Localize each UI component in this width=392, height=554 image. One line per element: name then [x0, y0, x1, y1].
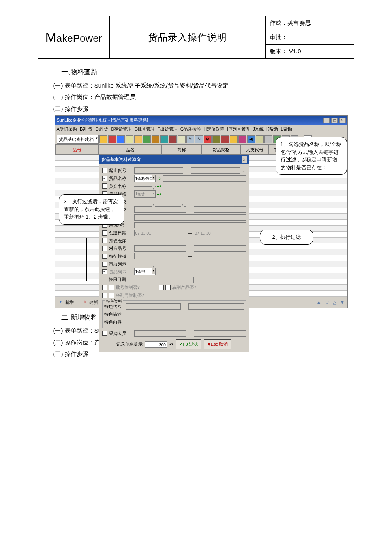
chk-list[interactable]	[102, 269, 107, 274]
fld-ftpl-to[interactable]	[194, 253, 246, 259]
fld-ftpl[interactable]	[134, 253, 186, 259]
sel-cat1-to[interactable]	[163, 202, 184, 202]
lookup-icon[interactable]: …	[242, 167, 246, 174]
minimize-icon[interactable]: _	[323, 118, 330, 123]
fld-buyer[interactable]	[134, 330, 186, 337]
fld-crtdate-to[interactable]: 07-11-30	[194, 230, 246, 236]
fld-fcode-to[interactable]	[188, 303, 244, 310]
chk-range[interactable]	[102, 168, 107, 173]
tool-icon-2[interactable]	[108, 135, 116, 143]
first-icon[interactable]: ▲	[317, 298, 321, 306]
fld-buyer-to[interactable]	[194, 330, 246, 337]
act-new[interactable]: ✎建新	[82, 299, 98, 306]
chk-batch-a[interactable]	[102, 285, 107, 290]
record-hint-value[interactable]: 300	[145, 341, 167, 348]
tool-icon-3[interactable]	[117, 135, 125, 143]
tool-icon-12[interactable]: ℕ	[195, 135, 203, 143]
fld-stopdate-to[interactable]: - -	[193, 277, 246, 283]
fld-range-from[interactable]	[134, 167, 184, 174]
chk-crtdate[interactable]	[102, 230, 107, 236]
chk-audit[interactable]	[102, 262, 107, 267]
menu-h[interactable]: H定价政策	[204, 127, 224, 131]
menu-b[interactable]: B进 货	[80, 127, 92, 131]
chk-name[interactable]	[102, 176, 107, 181]
col-prd-no[interactable]: 品号	[55, 145, 99, 155]
spinner-icon[interactable]: ▴▾	[169, 341, 173, 347]
chk-batch-b[interactable]	[109, 285, 114, 290]
fld-stopdate-from[interactable]: - -	[134, 277, 186, 283]
fld-oldno[interactable]	[134, 214, 246, 221]
tool-icon-1[interactable]	[99, 135, 107, 143]
menu-k[interactable]: K帮助	[266, 127, 278, 131]
chk-opno[interactable]	[102, 246, 107, 251]
tool-icon-8[interactable]	[160, 135, 168, 143]
last-icon[interactable]: ▼	[340, 298, 345, 306]
fld-eng[interactable]	[163, 183, 246, 189]
chk-wh[interactable]	[102, 238, 107, 243]
tool-icon-19[interactable]	[256, 135, 264, 143]
chk-serial-a[interactable]	[102, 293, 107, 298]
col-prd-name[interactable]: 品名	[99, 145, 162, 155]
chk-buyer[interactable]	[102, 331, 107, 336]
col-cat-major[interactable]: 大类代号	[241, 145, 268, 155]
tool-icon-5[interactable]	[134, 135, 142, 143]
chk-ftpl[interactable]	[102, 254, 107, 259]
menu-f[interactable]: F出货管理	[158, 127, 178, 131]
tool-icon-7[interactable]	[152, 135, 159, 143]
menu-g[interactable]: G品质检验	[180, 127, 201, 131]
tool-icon-13[interactable]: ⊘	[204, 135, 212, 143]
col-short-name[interactable]: 简称	[162, 145, 201, 155]
filter-button[interactable]: ✔F8 过滤	[176, 339, 201, 349]
chk-agri-b[interactable]	[165, 285, 171, 290]
menu-d[interactable]: D存货管理	[111, 127, 131, 131]
tool-icon-11[interactable]: ℕ	[186, 135, 194, 143]
menu-j[interactable]: J系统	[253, 127, 264, 131]
sel-cat1[interactable]	[134, 202, 156, 202]
fld-cat2[interactable]	[134, 206, 186, 213]
sel-spec-mode[interactable]: 1包含	[134, 190, 156, 198]
grid-body[interactable]: 货品基本资料过滤窗口 × 起止货号—… 货品名称1全称包含=> 英文名称=> 货…	[55, 155, 347, 297]
maximize-icon[interactable]: □	[331, 118, 338, 123]
fld-fcont[interactable]	[126, 319, 244, 325]
tool-icon-14[interactable]	[212, 135, 220, 143]
fld-range-to[interactable]	[191, 167, 240, 174]
fld-opno[interactable]	[134, 245, 186, 252]
sel-audit[interactable]	[134, 264, 156, 264]
tool-icon-10[interactable]	[178, 135, 186, 143]
fld-opno-to[interactable]	[194, 245, 246, 252]
tool-icon-9[interactable]: +	[169, 135, 177, 143]
act-add[interactable]: +新增	[58, 299, 74, 306]
fld-name[interactable]	[163, 175, 246, 182]
close-icon[interactable]: ×	[339, 118, 346, 123]
tool-icon-18[interactable]: ◀	[247, 135, 255, 143]
tool-icon-15[interactable]	[221, 135, 229, 143]
menu-c[interactable]: C销 货	[95, 127, 108, 131]
fld-cat2-to[interactable]	[194, 206, 246, 213]
fld-spec[interactable]	[163, 191, 246, 197]
toolbar-combo[interactable]: 货品基础资料建档	[57, 135, 99, 144]
menu-e[interactable]: E批号管理	[134, 127, 154, 131]
sel-list[interactable]: 1全部	[134, 268, 156, 275]
tool-icon-16[interactable]	[230, 135, 238, 143]
sel-name-mode[interactable]: 1全称包含	[134, 175, 156, 182]
fld-fdesc[interactable]	[126, 311, 244, 317]
cancel-button[interactable]: ✘Esc 取消	[204, 339, 231, 349]
tool-icon-20[interactable]	[264, 135, 272, 143]
chk-agri-a[interactable]	[159, 285, 164, 290]
dialog-close-icon[interactable]: ×	[242, 156, 246, 163]
prev-icon[interactable]: ▽	[325, 298, 329, 306]
fld-fcode[interactable]	[126, 303, 181, 310]
menu-l[interactable]: L帮助	[281, 127, 292, 131]
tool-icon-17[interactable]	[238, 135, 246, 143]
menu-a[interactable]: A受订采购	[57, 127, 77, 131]
col-spec[interactable]: 货品规格	[201, 145, 241, 155]
tool-icon-4[interactable]	[126, 135, 133, 143]
next-icon[interactable]: △	[333, 298, 336, 306]
chk-eng[interactable]	[102, 183, 107, 189]
sel-eng-mode[interactable]	[134, 186, 156, 187]
tool-icon-6[interactable]	[143, 135, 151, 143]
menu-i[interactable]: I序列号管理	[227, 127, 250, 131]
fld-barcode[interactable]	[134, 222, 246, 228]
chk-serial-b[interactable]	[109, 293, 114, 298]
fld-crtdate-from[interactable]: 07-11-01	[134, 230, 186, 236]
